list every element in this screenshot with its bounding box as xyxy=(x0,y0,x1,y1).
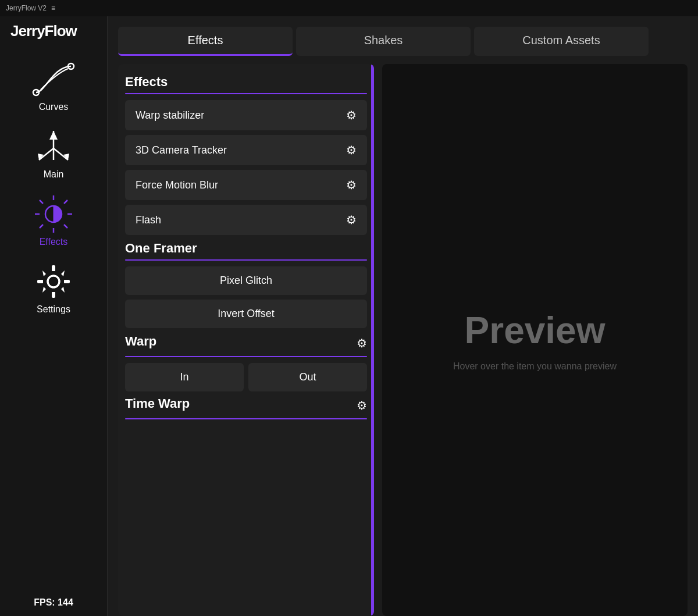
svg-line-16 xyxy=(40,225,43,228)
section-divider-effects xyxy=(125,93,367,94)
preview-title: Preview xyxy=(465,309,606,352)
settings-icon xyxy=(30,261,77,302)
curves-icon xyxy=(30,59,77,99)
section-header-warp: Warp ⚙ xyxy=(125,334,367,352)
effect-name-force-motion-blur: Force Motion Blur xyxy=(136,179,218,191)
effect-name-warp-stabilizer: Warp stabilizer xyxy=(136,109,204,122)
svg-line-15 xyxy=(64,200,67,204)
svg-rect-22 xyxy=(64,280,70,283)
app-name: JerryFlow V2 xyxy=(6,4,47,12)
gear-icon-force-motion-blur[interactable]: ⚙ xyxy=(346,178,357,192)
section-title-one-framer: One Framer xyxy=(125,241,367,256)
svg-line-4 xyxy=(39,148,54,160)
preview-subtitle: Hover over the item you wanna preview xyxy=(453,361,617,372)
tab-effects[interactable]: Effects xyxy=(118,27,293,56)
gear-icon-3d-camera-tracker[interactable]: ⚙ xyxy=(346,143,357,157)
sidebar-item-label-effects: Effects xyxy=(40,237,68,247)
svg-point-18 xyxy=(48,276,59,287)
section-divider-time-warp xyxy=(125,418,367,419)
svg-rect-20 xyxy=(52,292,55,298)
content-area: Effects Shakes Custom Assets Effects War… xyxy=(108,16,698,616)
menu-icon[interactable]: ≡ xyxy=(51,4,55,12)
effect-flash[interactable]: Flash ⚙ xyxy=(125,205,367,235)
section-title-warp: Warp xyxy=(125,334,156,349)
sidebar-item-label-curves: Curves xyxy=(39,102,69,112)
effect-warp-stabilizer[interactable]: Warp stabilizer ⚙ xyxy=(125,100,367,130)
app-body: JerryFlow Curves xyxy=(0,16,698,616)
warp-in-button[interactable]: In xyxy=(125,363,244,391)
sidebar-item-settings[interactable]: Settings xyxy=(0,254,107,322)
effect-force-motion-blur[interactable]: Force Motion Blur ⚙ xyxy=(125,170,367,200)
gear-icon-warp-stabilizer[interactable]: ⚙ xyxy=(346,108,357,122)
effects-list[interactable]: Effects Warp stabilizer ⚙ 3D Camera Trac… xyxy=(118,64,374,616)
sidebar-item-main[interactable]: Main xyxy=(0,119,107,187)
logo: JerryFlow xyxy=(0,22,77,40)
effect-3d-camera-tracker[interactable]: 3D Camera Tracker ⚙ xyxy=(125,135,367,165)
svg-rect-19 xyxy=(52,265,55,271)
effect-name-3d-camera-tracker: 3D Camera Tracker xyxy=(136,144,227,156)
main-icon xyxy=(30,126,77,167)
fps-display: FPS: 144 xyxy=(34,597,73,608)
titlebar: JerryFlow V2 ≡ xyxy=(0,0,698,16)
scrollbar-indicator xyxy=(371,64,374,616)
warp-out-button[interactable]: Out xyxy=(248,363,367,391)
effect-pixel-glitch[interactable]: Pixel Glitch xyxy=(125,266,367,295)
effects-icon xyxy=(30,194,77,234)
gear-icon-flash[interactable]: ⚙ xyxy=(346,213,357,227)
effect-name-invert-offset: Invert Offset xyxy=(218,308,275,320)
main-panel: Effects Warp stabilizer ⚙ 3D Camera Trac… xyxy=(118,64,688,616)
tab-custom-assets[interactable]: Custom Assets xyxy=(474,27,649,56)
svg-marker-3 xyxy=(49,131,58,140)
section-divider-warp xyxy=(125,356,367,357)
section-divider-one-framer xyxy=(125,259,367,261)
svg-line-13 xyxy=(40,200,43,204)
sidebar-item-curves[interactable]: Curves xyxy=(0,52,107,119)
effect-name-pixel-glitch: Pixel Glitch xyxy=(220,275,272,287)
tab-shakes[interactable]: Shakes xyxy=(296,27,471,56)
effect-invert-offset[interactable]: Invert Offset xyxy=(125,300,367,328)
svg-line-6 xyxy=(54,148,68,160)
sidebar-item-label-settings: Settings xyxy=(37,304,70,315)
gear-icon-time-warp[interactable]: ⚙ xyxy=(357,398,367,412)
effect-name-flash: Flash xyxy=(136,214,161,226)
sidebar: JerryFlow Curves xyxy=(0,16,108,616)
sidebar-item-label-main: Main xyxy=(44,169,64,180)
svg-line-14 xyxy=(64,225,67,228)
tabs-bar: Effects Shakes Custom Assets xyxy=(118,27,688,56)
section-header-time-warp: Time Warp ⚙ xyxy=(125,396,367,415)
preview-panel: Preview Hover over the item you wanna pr… xyxy=(382,64,688,616)
section-title-time-warp: Time Warp xyxy=(125,396,190,411)
gear-icon-warp[interactable]: ⚙ xyxy=(357,336,367,350)
svg-rect-21 xyxy=(37,280,43,283)
section-title-effects: Effects xyxy=(125,74,367,90)
warp-buttons: In Out xyxy=(125,363,367,391)
sidebar-item-effects[interactable]: Effects xyxy=(0,187,107,254)
